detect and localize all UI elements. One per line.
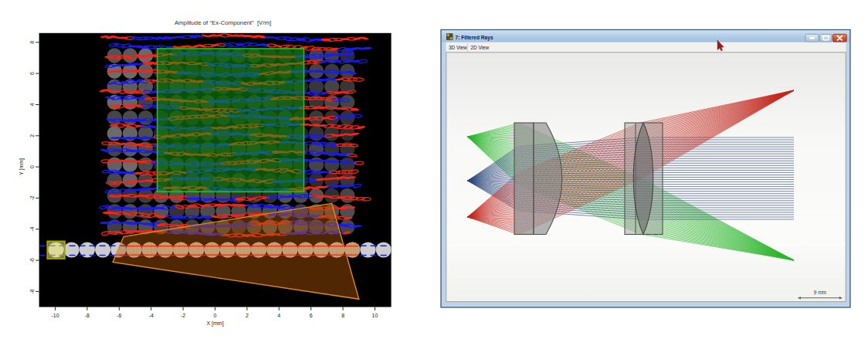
svg-text:4: 4	[29, 103, 35, 106]
svg-text:X [mm]: X [mm]	[206, 321, 223, 327]
svg-text:9 mm: 9 mm	[814, 290, 826, 295]
svg-text:Amplitude of “Ex-Component” [: Amplitude of “Ex-Component” [V/m]	[175, 19, 271, 26]
svg-text:0: 0	[214, 313, 217, 318]
svg-text:8: 8	[341, 313, 344, 318]
svg-text:7: Filtered Rays: 7: Filtered Rays	[456, 35, 493, 41]
svg-text:-8: -8	[29, 289, 35, 293]
svg-text:8: 8	[29, 41, 35, 44]
svg-text:2: 2	[29, 134, 35, 137]
svg-text:-6: -6	[29, 258, 35, 263]
svg-text:6: 6	[310, 313, 313, 318]
svg-text:2: 2	[246, 313, 249, 318]
svg-text:2D View: 2D View	[471, 45, 490, 50]
svg-text:-10: -10	[51, 313, 59, 318]
svg-text:-2: -2	[181, 313, 185, 318]
svg-text:10: 10	[372, 313, 378, 318]
svg-text:-2: -2	[29, 195, 35, 200]
svg-text:6: 6	[29, 72, 35, 75]
svg-text:-8: -8	[85, 313, 90, 318]
svg-text:4: 4	[277, 313, 280, 318]
svg-text:-4: -4	[29, 226, 35, 231]
svg-text:3D View: 3D View	[449, 45, 467, 50]
svg-text:0: 0	[29, 165, 35, 168]
svg-text:-4: -4	[149, 313, 154, 318]
svg-text:-6: -6	[117, 313, 121, 318]
svg-text:Y [mm]: Y [mm]	[19, 158, 25, 175]
